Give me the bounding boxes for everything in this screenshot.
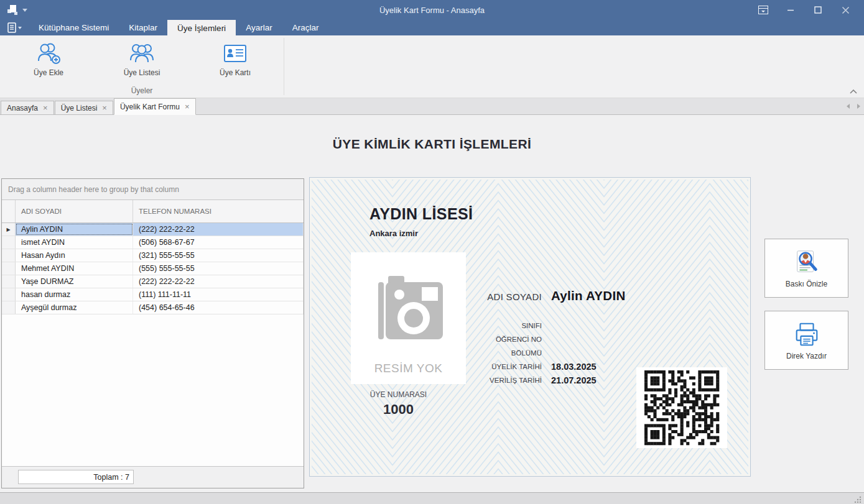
scroll-tabs-left-button[interactable] (847, 104, 850, 109)
members-grid: Drag a column header here to group by th… (1, 178, 304, 488)
chevron-down-icon (18, 27, 22, 29)
card-field-label: BÖLÜMÜ (310, 349, 542, 357)
row-indicator (2, 288, 16, 301)
card-field-label: ÖĞRENCİ NO (310, 336, 542, 343)
ribbon-button-add-member[interactable]: Üye Ekle (17, 40, 80, 77)
grid-rows: ▶ Aylin AYDIN (222) 222-22-22 ismet AYDI… (2, 223, 304, 314)
collapse-ribbon-button[interactable] (848, 87, 859, 96)
ribbon-button-label: Üye Kartı (220, 68, 251, 77)
direct-print-button[interactable]: Direk Yazdır (764, 311, 848, 370)
group-by-drop-zone[interactable]: Drag a column header here to group by th… (2, 179, 304, 200)
maximize-button[interactable] (804, 0, 832, 20)
menu-item[interactable]: Kütüphane Sistemi (29, 20, 119, 35)
minimize-button[interactable] (777, 0, 804, 20)
menubar: Kütüphane Sistemi Kitaplar Üye İşlemleri… (0, 20, 864, 35)
member-list-icon (128, 42, 156, 65)
tab-close-icon[interactable]: × (102, 105, 107, 111)
menu-item-label: Ayarlar (246, 23, 272, 32)
cell-phone[interactable]: (222) 222-22-22 (133, 223, 304, 236)
menu-item-label: Kütüphane Sistemi (39, 23, 109, 32)
ribbon-button-member-list[interactable]: Üye Listesi (111, 40, 173, 77)
ribbon-display-icon (758, 6, 768, 14)
column-header-name[interactable]: ADI SOYADI (16, 200, 133, 222)
cell-phone[interactable]: (111) 111-11-11 (133, 288, 304, 301)
document-tabbar: Anasayfa × Üye Listesi × Üyelik Kart For… (0, 98, 864, 115)
school-city: Ankara izmir (369, 229, 418, 238)
card-field-value: 18.03.2025 (551, 362, 597, 372)
minimize-icon (787, 6, 794, 14)
direct-print-label: Direk Yazdır (786, 352, 827, 360)
document-tab[interactable]: Anasayfa × (1, 101, 54, 114)
cell-name[interactable]: Yaşe DURMAZ (16, 275, 133, 288)
row-indicator (2, 236, 16, 249)
journal-icon (7, 22, 16, 33)
table-row[interactable]: Ayşegül durmaz (454) 654-65-46 (2, 301, 304, 314)
main-content: ÜYE KİMLİK KARTI İŞLEMLERİ Drag a column… (0, 115, 864, 492)
row-indicator: ▶ (2, 223, 16, 236)
card-field-value: Aylin AYDIN (551, 288, 626, 303)
table-row[interactable]: ismet AYDIN (506) 568-67-67 (2, 236, 304, 249)
card-field-row: SINIFI (310, 319, 750, 332)
table-row[interactable]: hasan durmaz (111) 111-11-11 (2, 288, 304, 301)
membership-card-preview: AYDIN LİSESİ Ankara izmir RESİM YOK ÜYE … (309, 177, 751, 477)
cell-name[interactable]: ismet AYDIN (16, 236, 133, 249)
card-field-row: BÖLÜMÜ (310, 346, 750, 360)
menu-item-label: Araçlar (292, 23, 319, 32)
cell-phone[interactable]: (454) 654-65-46 (133, 301, 304, 314)
menu-item[interactable]: Kitaplar (119, 20, 167, 35)
app-window: Üyelik Kart Formu - Anasayfa (0, 0, 864, 504)
menu-item-label: Kitaplar (129, 23, 157, 32)
menu-item[interactable]: Ayarlar (236, 20, 282, 35)
indicator-column-header (2, 200, 16, 222)
cell-name[interactable]: hasan durmaz (16, 288, 133, 301)
document-tab[interactable]: Üye Listesi × (55, 101, 113, 114)
chevron-up-icon (850, 89, 857, 94)
ribbon-display-options-button[interactable] (750, 0, 777, 20)
titlebar: Üyelik Kart Formu - Anasayfa (0, 0, 864, 20)
cell-phone[interactable]: (321) 555-55-55 (133, 249, 304, 262)
ribbon-group-label: Üyeler (0, 86, 284, 95)
tab-close-icon[interactable]: × (43, 105, 48, 111)
table-row[interactable]: Yaşe DURMAZ (222) 222-22-22 (2, 275, 304, 288)
table-row[interactable]: ▶ Aylin AYDIN (222) 222-22-22 (2, 223, 304, 236)
member-number-label: ÜYE NUMARASI (341, 390, 456, 399)
maximize-icon (814, 6, 822, 14)
cell-name[interactable]: Hasan Aydın (16, 249, 133, 262)
menu-item[interactable]: Üye İşlemleri (167, 20, 236, 37)
print-preview-button[interactable]: Baskı Önizle (764, 239, 848, 298)
ribbon: Üye Ekle Üye Listesi (0, 35, 864, 98)
qr-code (636, 367, 727, 448)
card-field-label: ADI SOYADI (310, 291, 542, 302)
cell-name[interactable]: Mehmet AYDIN (16, 262, 133, 275)
cell-phone[interactable]: (555) 555-55-55 (133, 262, 304, 275)
cell-name[interactable]: Aylin AYDIN (16, 223, 133, 236)
statusbar (0, 492, 864, 504)
tab-close-icon[interactable]: × (185, 104, 190, 110)
card-field-value: 21.07.2025 (551, 375, 597, 385)
ribbon-button-member-card[interactable]: Üye Kartı (204, 40, 266, 77)
member-number-value: 1000 (341, 401, 456, 418)
cell-phone[interactable]: (506) 568-67-67 (133, 236, 304, 249)
tab-scroll-nav (847, 98, 860, 114)
page-title: ÜYE KİMLİK KARTI İŞLEMLERİ (0, 137, 864, 152)
total-summary: Toplam : 7 (18, 470, 134, 484)
cell-phone[interactable]: (222) 222-22-22 (133, 275, 304, 288)
scroll-tabs-right-button[interactable] (857, 104, 860, 109)
table-row[interactable]: Mehmet AYDIN (555) 555-55-55 (2, 262, 304, 275)
main-menu-button[interactable] (0, 20, 29, 35)
menu-item[interactable]: Araçlar (282, 20, 329, 35)
menu-item-label: Üye İşlemleri (177, 24, 226, 33)
document-tab[interactable]: Üyelik Kart Formu × (114, 98, 196, 115)
document-tab-label: Üyelik Kart Formu (120, 103, 180, 111)
cell-name[interactable]: Ayşegül durmaz (16, 301, 133, 314)
column-header-phone[interactable]: TELEFON NUMARASI (133, 200, 304, 222)
card-field-label: ÜYELİK TARİHİ (310, 363, 542, 370)
menu-items: Kütüphane Sistemi Kitaplar Üye İşlemleri… (29, 20, 328, 35)
table-row[interactable]: Hasan Aydın (321) 555-55-55 (2, 249, 304, 262)
ribbon-button-label: Üye Listesi (124, 68, 160, 77)
print-preview-label: Baskı Önizle (786, 280, 827, 288)
resize-grip[interactable] (853, 495, 862, 504)
ribbon-button-label: Üye Ekle (34, 68, 63, 77)
card-field-label: VERİLİŞ TARİHİ (310, 377, 542, 384)
close-button[interactable] (832, 0, 859, 20)
